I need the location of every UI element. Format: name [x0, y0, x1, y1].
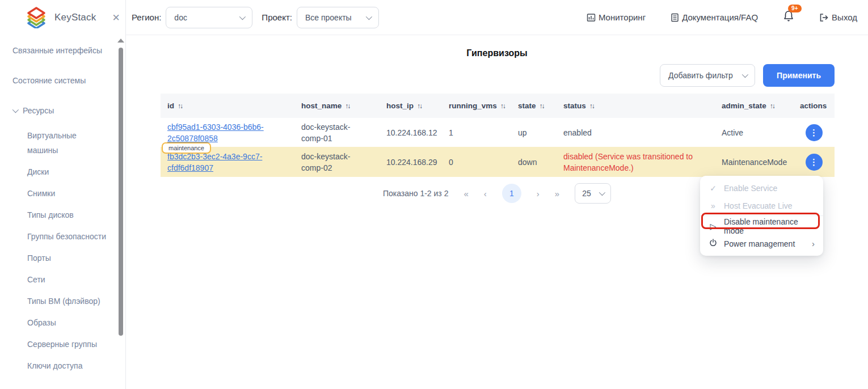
- double-chevron-right-icon: »: [709, 201, 718, 210]
- menu-item-label: Enable Service: [724, 184, 777, 193]
- topbar-actions: Мониторинг Документация/FAQ 9+ Выход: [587, 10, 857, 25]
- row-actions-menu: ✓ Enable Service » Host Evacuate Live ▷ …: [700, 176, 823, 256]
- sidebar-item-virtual-machines[interactable]: Виртуальные машины: [27, 128, 107, 158]
- region-select[interactable]: doc: [166, 7, 252, 28]
- region-select-value: doc: [174, 13, 187, 22]
- logout-icon: [819, 13, 829, 22]
- sidebar-item-disks[interactable]: Диски: [27, 164, 107, 179]
- cell-running-vms: 0: [442, 157, 511, 168]
- prev-page-button[interactable]: ‹: [484, 189, 487, 198]
- chevron-down-icon: [239, 13, 246, 19]
- scrollbar-up-arrow[interactable]: [117, 39, 124, 43]
- chevron-down-icon: [12, 107, 19, 113]
- sidebar-item-disk-types[interactable]: Типы дисков: [27, 208, 107, 222]
- sidebar-item-access-keys[interactable]: Ключи доступа: [27, 358, 107, 373]
- sidebar-item-server-groups[interactable]: Серверные группы: [27, 337, 107, 352]
- filter-bar: Добавить фильтр Применить: [660, 64, 835, 87]
- hypervisor-id-link[interactable]: cbf95ad1-6303-4036-b6b6-2c50878f0858: [167, 122, 264, 143]
- sidebar-item-related-interfaces[interactable]: Связанные интерфейсы: [12, 43, 125, 58]
- page-title: Гипервизоры: [126, 48, 868, 58]
- documentation-link[interactable]: Документация/FAQ: [671, 12, 758, 22]
- play-outline-icon: ▷: [709, 222, 718, 231]
- sort-icon[interactable]: ↑↓: [540, 102, 544, 110]
- column-header-host-ip[interactable]: host_ip↑↓: [380, 102, 442, 110]
- last-page-button[interactable]: »: [555, 189, 559, 198]
- column-label: id: [167, 102, 174, 110]
- table-row-highlighted: maintenance fb3dc2b3-3ec2-4a3e-9cc7-cfdf…: [161, 147, 835, 177]
- sidebar-group-resources[interactable]: Ресурсы: [12, 103, 125, 118]
- page-size-value: 25: [582, 189, 591, 198]
- menu-item-label: Disable maintenance mode: [724, 217, 815, 235]
- column-label: status: [563, 102, 586, 110]
- sidebar-scrollbar[interactable]: [119, 48, 123, 336]
- cell-id: cbf95ad1-6303-4036-b6b6-2c50878f0858: [161, 121, 294, 144]
- column-label: running_vms: [449, 102, 497, 110]
- row-actions-button[interactable]: ⋮: [806, 124, 823, 141]
- row-actions-button[interactable]: ⋮: [806, 154, 823, 171]
- sidebar-nav: Связанные интерфейсы Состояние системы Р…: [0, 35, 125, 373]
- document-icon: [671, 13, 679, 22]
- cell-status: enabled: [557, 127, 715, 138]
- app-root: KeyStack ✕ Связанные интерфейсы Состояни…: [0, 0, 868, 389]
- next-page-button[interactable]: ›: [537, 189, 540, 198]
- cell-admin-state: Active: [715, 127, 793, 138]
- cell-actions: ⋮: [793, 154, 835, 171]
- sidebar-item-snapshots[interactable]: Снимки: [27, 186, 107, 201]
- sort-icon[interactable]: ↑↓: [500, 102, 505, 110]
- check-icon: ✓: [709, 184, 718, 193]
- pagination-summary: Показано 1-2 из 2: [383, 189, 449, 198]
- hypervisors-table: id↑↓ host_name↑↓ host_ip↑↓ running_vms↑↓…: [161, 94, 835, 177]
- menu-item-disable-maintenance-mode[interactable]: ▷ Disable maintenance mode: [700, 217, 823, 235]
- hypervisor-id-link[interactable]: fb3dc2b3-3ec2-4a3e-9cc7-cfdf6df18907: [167, 152, 262, 172]
- menu-item-label: Power management: [724, 239, 795, 248]
- sidebar-item-security-groups[interactable]: Группы безопасности: [27, 229, 107, 244]
- column-label: host_name: [301, 102, 342, 110]
- menu-item-host-evacuate-live[interactable]: » Host Evacuate Live: [700, 197, 823, 214]
- sidebar-item-networks[interactable]: Сети: [27, 272, 107, 287]
- sidebar-item-images[interactable]: Образы: [27, 315, 107, 330]
- logout-button[interactable]: Выход: [819, 12, 857, 22]
- sort-icon[interactable]: ↑↓: [417, 102, 422, 110]
- sidebar-resources-children: Виртуальные машины Диски Снимки Типы дис…: [12, 128, 125, 373]
- column-header-status[interactable]: status↑↓: [557, 102, 715, 110]
- column-header-id[interactable]: id↑↓: [161, 102, 294, 110]
- bar-chart-icon: [587, 13, 596, 22]
- apply-button[interactable]: Применить: [763, 64, 835, 87]
- notifications-button[interactable]: 9+: [783, 10, 794, 25]
- column-header-running-vms[interactable]: running_vms↑↓: [442, 102, 511, 110]
- sidebar-item-vm-types[interactable]: Типы ВМ (флэйвор): [27, 294, 107, 308]
- column-header-state[interactable]: state↑↓: [511, 102, 557, 110]
- column-label: actions: [800, 102, 827, 110]
- project-select[interactable]: Все проекты: [297, 7, 379, 28]
- sidebar-item-ports[interactable]: Порты: [27, 251, 107, 265]
- menu-separator: [700, 215, 823, 216]
- page-size-select[interactable]: 25: [575, 183, 611, 204]
- column-header-host-name[interactable]: host_name↑↓: [294, 102, 380, 110]
- monitoring-link[interactable]: Мониторинг: [587, 12, 646, 22]
- topbar: Регион: doc Проект: Все проекты Монитори…: [126, 0, 868, 35]
- add-filter-select[interactable]: Добавить фильтр: [660, 64, 755, 87]
- sidebar-close-icon[interactable]: ✕: [112, 13, 120, 23]
- column-header-admin-state[interactable]: admin_state↑↓: [715, 102, 793, 110]
- submenu-chevron-icon: ›: [812, 239, 815, 248]
- menu-item-power-management[interactable]: Power management ›: [700, 235, 823, 252]
- sort-icon[interactable]: ↑↓: [178, 102, 182, 110]
- cell-host-ip: 10.224.168.29: [380, 157, 442, 168]
- menu-item-label: Host Evacuate Live: [724, 201, 793, 210]
- first-page-button[interactable]: «: [464, 189, 468, 198]
- sort-icon[interactable]: ↑↓: [589, 102, 594, 110]
- column-label: admin_state: [722, 102, 766, 110]
- chevron-down-icon: [366, 13, 372, 19]
- sidebar-item-system-state[interactable]: Состояние системы: [12, 73, 125, 88]
- cell-state: up: [511, 127, 557, 138]
- sort-icon[interactable]: ↑↓: [770, 102, 774, 110]
- menu-item-enable-service[interactable]: ✓ Enable Service: [700, 179, 823, 197]
- column-header-actions: actions: [793, 102, 835, 110]
- sort-icon[interactable]: ↑↓: [345, 102, 349, 110]
- chevron-down-icon: [599, 189, 605, 196]
- current-page-button[interactable]: 1: [502, 184, 521, 203]
- column-label: host_ip: [386, 102, 414, 110]
- add-filter-value: Добавить фильтр: [668, 71, 733, 80]
- notifications-badge: 9+: [788, 5, 801, 12]
- cell-running-vms: 1: [442, 127, 511, 138]
